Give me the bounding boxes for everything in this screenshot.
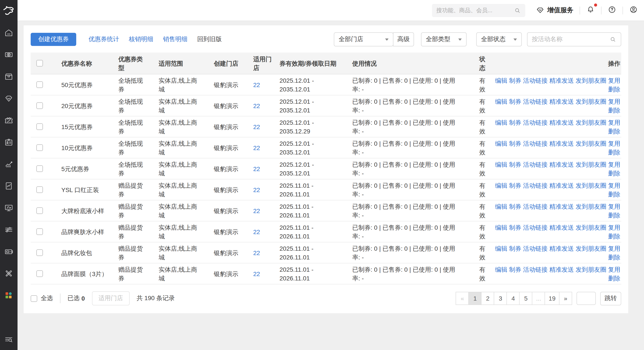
applicable-stores-button[interactable]: 适用门店 xyxy=(92,291,130,305)
action-make-coupon-link[interactable]: 制券 xyxy=(509,118,521,127)
page-prev-button[interactable]: « xyxy=(456,292,469,305)
sidebar-item-app-center[interactable] xyxy=(4,291,14,300)
row-checkbox[interactable] xyxy=(36,102,43,109)
back-to-old-link[interactable]: 回到旧版 xyxy=(197,35,222,43)
action-activity-link-link[interactable]: 活动链接 xyxy=(523,97,548,106)
action-share-moments-link[interactable]: 发到朋友圈 xyxy=(576,244,606,253)
page-3-button[interactable]: 3 xyxy=(494,292,507,305)
status-filter-select[interactable]: 全部状态 xyxy=(476,32,522,46)
page-5-button[interactable]: 5 xyxy=(519,292,532,305)
action-delete-link[interactable]: 删除 xyxy=(608,274,620,282)
action-copy-link[interactable]: 复用 xyxy=(608,76,620,85)
sidebar-item-statistics[interactable] xyxy=(4,159,14,169)
sales-detail-link[interactable]: 销售明细 xyxy=(163,35,188,43)
action-copy-link[interactable]: 复用 xyxy=(608,181,620,190)
action-edit-link[interactable]: 编辑 xyxy=(495,76,507,85)
sidebar-item-screen[interactable] xyxy=(4,203,14,213)
action-activity-link-link[interactable]: 活动链接 xyxy=(523,181,548,190)
row-checkbox[interactable] xyxy=(36,123,43,130)
row-checkbox[interactable] xyxy=(36,186,43,193)
row-checkbox[interactable] xyxy=(36,144,43,151)
action-copy-link[interactable]: 复用 xyxy=(608,139,620,148)
action-activity-link-link[interactable]: 活动链接 xyxy=(523,265,548,274)
sidebar-item-staff[interactable] xyxy=(4,137,14,147)
action-edit-link[interactable]: 编辑 xyxy=(495,244,507,253)
action-delete-link[interactable]: 删除 xyxy=(608,190,620,198)
action-share-moments-link[interactable]: 发到朋友圈 xyxy=(576,97,606,106)
action-edit-link[interactable]: 编辑 xyxy=(495,202,507,211)
row-checkbox[interactable] xyxy=(36,270,43,277)
action-make-coupon-link[interactable]: 制券 xyxy=(509,244,521,253)
stores-count-link[interactable]: 22 xyxy=(253,123,260,130)
page-jump-button[interactable]: 跳转 xyxy=(600,292,621,305)
stores-count-link[interactable]: 22 xyxy=(253,207,260,214)
action-precise-send-link[interactable]: 精准发送 xyxy=(549,139,574,148)
action-activity-link-link[interactable]: 活动链接 xyxy=(523,76,548,85)
action-make-coupon-link[interactable]: 制券 xyxy=(509,181,521,190)
action-precise-send-link[interactable]: 精准发送 xyxy=(549,160,574,169)
sidebar-item-membership[interactable] xyxy=(4,94,14,103)
notifications-button[interactable] xyxy=(586,5,595,15)
action-edit-link[interactable]: 编辑 xyxy=(495,97,507,106)
action-delete-link[interactable]: 删除 xyxy=(608,169,620,177)
page-2-button[interactable]: 2 xyxy=(481,292,494,305)
action-make-coupon-link[interactable]: 制券 xyxy=(509,202,521,211)
action-delete-link[interactable]: 删除 xyxy=(608,211,620,219)
stores-count-link[interactable]: 22 xyxy=(253,270,260,277)
activity-search-input[interactable]: 按活动名称 xyxy=(527,32,621,46)
row-checkbox[interactable] xyxy=(36,165,43,172)
action-copy-link[interactable]: 复用 xyxy=(608,97,620,106)
action-precise-send-link[interactable]: 精准发送 xyxy=(549,223,574,232)
stores-count-link[interactable]: 22 xyxy=(253,81,260,88)
action-delete-link[interactable]: 删除 xyxy=(608,232,620,240)
row-checkbox[interactable] xyxy=(36,207,43,214)
action-edit-link[interactable]: 编辑 xyxy=(495,160,507,169)
action-share-moments-link[interactable]: 发到朋友圈 xyxy=(576,202,606,211)
redeem-detail-link[interactable]: 核销明细 xyxy=(129,35,153,43)
action-make-coupon-link[interactable]: 制券 xyxy=(509,223,521,232)
action-edit-link[interactable]: 编辑 xyxy=(495,223,507,232)
action-copy-link[interactable]: 复用 xyxy=(608,160,620,169)
action-share-moments-link[interactable]: 发到朋友圈 xyxy=(576,181,606,190)
action-precise-send-link[interactable]: 精准发送 xyxy=(549,181,574,190)
stores-count-link[interactable]: 22 xyxy=(253,186,260,193)
sidebar-item-cashbox[interactable] xyxy=(4,247,14,256)
action-make-coupon-link[interactable]: 制券 xyxy=(509,265,521,274)
action-activity-link-link[interactable]: 活动链接 xyxy=(523,244,548,253)
sidebar-item-settings[interactable] xyxy=(4,225,14,234)
action-share-moments-link[interactable]: 发到朋友圈 xyxy=(576,265,606,274)
sidebar-item-reports[interactable] xyxy=(4,181,14,191)
action-activity-link-link[interactable]: 活动链接 xyxy=(523,160,548,169)
action-copy-link[interactable]: 复用 xyxy=(608,202,620,211)
sidebar-item-marketing[interactable] xyxy=(4,116,14,125)
action-copy-link[interactable]: 复用 xyxy=(608,265,620,274)
action-activity-link-link[interactable]: 活动链接 xyxy=(523,118,548,127)
action-edit-link[interactable]: 编辑 xyxy=(495,139,507,148)
action-precise-send-link[interactable]: 精准发送 xyxy=(549,76,574,85)
header-checkbox[interactable] xyxy=(36,60,43,66)
sidebar-item-tools[interactable] xyxy=(4,269,14,278)
action-activity-link-link[interactable]: 活动链接 xyxy=(523,223,548,232)
select-all-checkbox[interactable] xyxy=(31,295,37,302)
sidebar-item-home[interactable] xyxy=(4,28,14,38)
action-share-moments-link[interactable]: 发到朋友圈 xyxy=(576,76,606,85)
stores-count-link[interactable]: 22 xyxy=(253,144,260,151)
action-precise-send-link[interactable]: 精准发送 xyxy=(549,118,574,127)
action-activity-link-link[interactable]: 活动链接 xyxy=(523,202,548,211)
action-delete-link[interactable]: 删除 xyxy=(608,85,620,93)
action-delete-link[interactable]: 删除 xyxy=(608,253,620,261)
page-19-button[interactable]: 19 xyxy=(545,292,560,305)
action-delete-link[interactable]: 删除 xyxy=(608,106,620,114)
action-copy-link[interactable]: 复用 xyxy=(608,244,620,253)
store-filter-select[interactable]: 全部门店 xyxy=(334,32,394,46)
action-edit-link[interactable]: 编辑 xyxy=(495,265,507,274)
action-make-coupon-link[interactable]: 制券 xyxy=(509,139,521,148)
action-copy-link[interactable]: 复用 xyxy=(608,223,620,232)
brand-logo[interactable] xyxy=(0,0,18,21)
stores-count-link[interactable]: 22 xyxy=(253,165,260,172)
row-checkbox[interactable] xyxy=(36,249,43,256)
coupon-stats-link[interactable]: 优惠券统计 xyxy=(88,35,119,43)
action-activity-link-link[interactable]: 活动链接 xyxy=(523,139,548,148)
sidebar-item-products[interactable] xyxy=(4,72,14,81)
action-make-coupon-link[interactable]: 制券 xyxy=(509,76,521,85)
